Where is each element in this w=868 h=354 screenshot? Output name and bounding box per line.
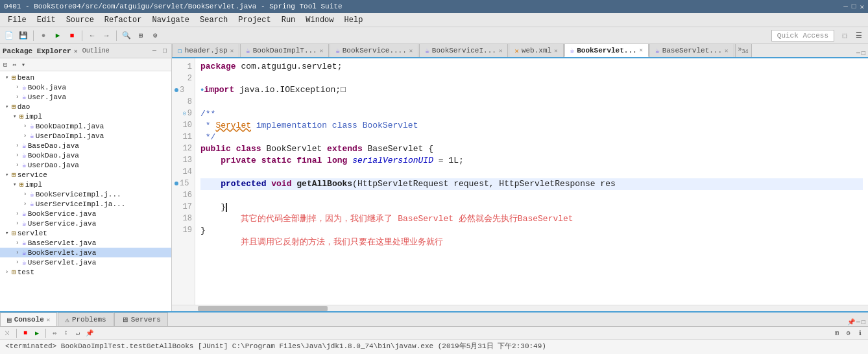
debug-btn[interactable]: ● — [37, 29, 50, 42]
bottom-minimize-btn[interactable]: ─ — [856, 319, 860, 326]
tab-close-bookdaoimpl[interactable]: ✕ — [320, 47, 323, 54]
outline-tab[interactable]: Outline — [80, 47, 112, 55]
search-btn[interactable]: 🔍 — [120, 29, 133, 42]
horizontal-scrollbar[interactable] — [172, 305, 868, 311]
pe-tab-label[interactable]: Package Explorer — [3, 47, 71, 55]
menu-refactor[interactable]: Refactor — [99, 14, 147, 26]
settings-btn[interactable]: ⚙ — [149, 29, 162, 42]
tree-item-userservlet[interactable]: › ☕ UserServlet.java — [0, 257, 171, 267]
tab-bookservice[interactable]: ☕ BookService.... ✕ — [330, 44, 418, 57]
pe-minimize-btn[interactable]: ─ — [151, 47, 158, 55]
bottom-toolbar: ⛌ ■ ▶ ⇔ ↕ ↵ 📌 ⊞ ⚙ ℹ — [0, 327, 868, 340]
bottom-maximize-btn[interactable]: □ — [862, 319, 865, 326]
console-scroll-btn[interactable]: ↕ — [61, 328, 71, 338]
console-run-btn[interactable]: ▶ — [32, 328, 42, 338]
tree-item-impl2[interactable]: ▾ ⊞ impl — [0, 180, 171, 189]
back-btn[interactable]: ← — [86, 29, 99, 42]
java-icon-bookdao: ☕ — [22, 151, 27, 159]
menu-edit[interactable]: Edit — [32, 14, 61, 26]
bottom-tab-problems[interactable]: ⚠ Problems — [58, 313, 113, 326]
tree-item-bookserviceimpl[interactable]: › ☕ BookServiceImpl.j... — [0, 189, 171, 199]
tree-item-bean[interactable]: ▾ ⊞ bean — [0, 73, 171, 82]
perspective-btn[interactable]: ⊞ — [134, 29, 147, 42]
quick-access-input[interactable]: Quick Access — [771, 30, 834, 41]
open-perspective-btn[interactable]: ☰ — [852, 29, 865, 42]
window-controls[interactable]: ─ □ ✕ — [843, 3, 864, 11]
tree-item-impl[interactable]: ▾ ⊞ impl — [0, 112, 171, 121]
tree-item-user-java[interactable]: › ☕ User.java — [0, 92, 171, 102]
tab-close-baseservlet[interactable]: ✕ — [725, 47, 728, 54]
pe-maximize-btn[interactable]: □ — [161, 47, 169, 55]
perspective-icon[interactable]: ⬚ — [838, 29, 851, 42]
run-btn[interactable]: ▶ — [51, 29, 64, 42]
bottom-pin-btn[interactable]: 📌 — [847, 318, 855, 326]
console-open-btn[interactable]: ⊞ — [832, 328, 842, 338]
tree-item-basedao[interactable]: › ☕ BaseDao.java — [0, 141, 171, 150]
console-clear-btn[interactable]: ⛌ — [3, 328, 13, 338]
tree-item-bookdao[interactable]: › ☕ BookDao.java — [0, 150, 171, 160]
tab-close-bookservlet[interactable]: ✕ — [640, 47, 643, 54]
scroll-thumb-h[interactable] — [198, 306, 328, 311]
minimize-btn[interactable]: ─ — [843, 3, 848, 11]
pe-menu-btn[interactable]: ▾ — [19, 60, 27, 69]
tab-close-bookservicei[interactable]: ✕ — [499, 47, 502, 54]
tree-item-userdao[interactable]: › ☕ UserDao.java — [0, 160, 171, 170]
tree-item-dao[interactable]: ▾ ⊞ dao — [0, 102, 171, 112]
tab-webxml[interactable]: ✕ web.xml ✕ — [509, 44, 563, 57]
editor-maximize-btn[interactable]: □ — [862, 50, 865, 57]
tab-close-header-jsp[interactable]: ✕ — [230, 47, 234, 54]
console-info-btn[interactable]: ℹ — [855, 328, 865, 338]
tree-item-servlet[interactable]: ▾ ⊞ servlet — [0, 228, 171, 238]
tree-item-service[interactable]: ▾ ⊞ service — [0, 170, 171, 180]
tab-close-bookservice[interactable]: ✕ — [409, 47, 413, 54]
bottom-tab-servers[interactable]: 🖥 Servers — [114, 313, 168, 326]
console-stop-btn[interactable]: ■ — [20, 328, 30, 338]
pe-tab-close[interactable]: ✕ — [74, 47, 78, 55]
console-pin-btn[interactable]: 📌 — [84, 328, 95, 338]
stop-btn[interactable]: ■ — [66, 29, 78, 42]
new-btn[interactable]: 📄 — [3, 29, 16, 42]
tree-item-bookservice[interactable]: › ☕ BookService.java — [0, 209, 171, 218]
forward-btn[interactable]: → — [100, 29, 113, 42]
menu-window[interactable]: Window — [300, 14, 339, 26]
tree-item-test[interactable]: › ⊞ test — [0, 267, 171, 277]
close-btn[interactable]: ✕ — [860, 3, 864, 11]
console-settings-btn[interactable]: ⚙ — [843, 328, 854, 338]
tab-bookdaoimpl[interactable]: ☕ BookDaoImplT... ✕ — [240, 44, 329, 57]
pe-collapse-btn[interactable]: ⊡ — [1, 60, 9, 69]
menu-run[interactable]: Run — [276, 14, 301, 26]
menu-navigate[interactable]: Navigate — [147, 14, 195, 26]
editor-minimize-btn[interactable]: ─ — [856, 50, 860, 57]
tree-item-baseservlet[interactable]: › ☕ BaseServlet.java — [0, 238, 171, 248]
tree-label-user: User.java — [28, 93, 66, 101]
save-btn[interactable]: 💾 — [17, 29, 30, 42]
console-tab-close[interactable]: ✕ — [47, 316, 50, 324]
tab-baseservlet[interactable]: ☕ BaseServlet... ✕ — [649, 44, 734, 57]
bottom-tab-console[interactable]: ▤ Console ✕ — [0, 313, 57, 326]
tab-header-jsp[interactable]: ◻ header.jsp ✕ — [172, 44, 239, 57]
menu-help[interactable]: Help — [339, 14, 368, 26]
tree-item-bookdaoimpl[interactable]: › ☕ BookDaoImpl.java — [0, 121, 171, 131]
tab-bookservicei[interactable]: ☕ BookServiceI... ✕ — [419, 44, 508, 57]
tree-item-userserviceimpl[interactable]: › ☕ UserServiceImpl.ja... — [0, 199, 171, 209]
maximize-btn[interactable]: □ — [852, 3, 856, 11]
menu-source[interactable]: Source — [61, 14, 99, 26]
tree-item-book-java[interactable]: › ☕ Book.java — [0, 82, 171, 92]
pkg-icon-impl: ⊞ — [19, 112, 24, 121]
tree-item-userservice[interactable]: › ☕ UserService.java — [0, 218, 171, 228]
console-link-btn[interactable]: ⇔ — [49, 328, 60, 338]
menu-file[interactable]: File — [3, 14, 32, 26]
code-content[interactable]: package com.atguigu.servlet; ●import jav… — [195, 58, 868, 305]
arrow-service: ▾ — [5, 171, 12, 178]
menu-search[interactable]: Search — [195, 14, 233, 26]
tab-bookservlet[interactable]: ☕ BookServlet... ✕ — [564, 44, 649, 57]
code-editor[interactable]: 1 2 3 8 ◎9 10 11 12 13 14 15 16 17 18 19… — [172, 58, 868, 305]
pe-link-btn[interactable]: ⇔ — [10, 60, 18, 69]
tree-item-userdaoimpl[interactable]: › ☕ UserDaoImpl.java — [0, 131, 171, 141]
tab-more[interactable]: »34 — [735, 44, 752, 57]
tab-close-webxml[interactable]: ✕ — [554, 47, 557, 54]
console-wrap-btn[interactable]: ↵ — [73, 328, 83, 338]
menu-project[interactable]: Project — [233, 14, 276, 26]
tree-item-bookservlet[interactable]: › ☕ BookServlet.java — [0, 248, 171, 257]
pe-tree[interactable]: ▾ ⊞ bean › ☕ Book.java › ☕ User.java ▾ ⊞ — [0, 71, 171, 311]
